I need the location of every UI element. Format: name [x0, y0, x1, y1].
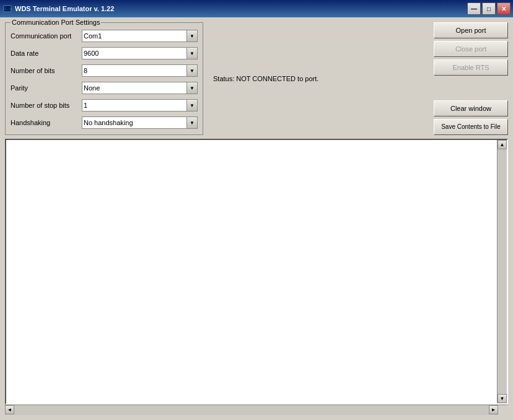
terminal-content[interactable] [6, 140, 497, 403]
status-text: Status: NOT CONNECTED to port. [208, 75, 318, 82]
stop-bits-wrapper: 1 1.5 2 ▼ [82, 99, 198, 112]
stop-bits-select[interactable]: 1 1.5 2 [82, 99, 198, 112]
minimize-button[interactable]: — [467, 2, 481, 15]
data-rate-label: Data rate [11, 50, 82, 57]
bits-select[interactable]: 5 6 7 8 [82, 64, 198, 77]
horizontal-scrollbar-area: ◄ ► [5, 405, 508, 415]
clear-window-button[interactable]: Clear window [434, 100, 508, 116]
comm-port-row: Communication port Com1 Com2 Com3 Com4 ▼ [11, 29, 198, 43]
stop-bits-label: Number of stop bits [11, 102, 82, 109]
scrollbar-corner [498, 405, 508, 416]
comm-port-label: Communication port [11, 32, 82, 40]
stop-bits-row: Number of stop bits 1 1.5 2 ▼ [11, 98, 198, 112]
scroll-track-horizontal[interactable] [14, 405, 489, 415]
svg-text:C:\>: C:\> [5, 7, 12, 11]
close-port-button[interactable]: Close port [434, 41, 508, 57]
open-port-button[interactable]: Open port [434, 22, 508, 38]
top-section: Communication Port Settings Communicatio… [5, 22, 508, 135]
bits-label: Number of bits [11, 67, 82, 74]
main-content: Communication Port Settings Communicatio… [0, 17, 513, 420]
parity-row: Parity None Even Odd Mark Space ▼ [11, 81, 198, 95]
maximize-button[interactable]: □ [482, 2, 496, 15]
parity-label: Parity [11, 84, 82, 92]
comm-port-wrapper: Com1 Com2 Com3 Com4 ▼ [82, 30, 198, 42]
parity-select[interactable]: None Even Odd Mark Space [82, 82, 198, 94]
handshaking-label: Handshaking [11, 119, 82, 126]
window-title: WDS Terminal Emulator v. 1.22 [15, 5, 467, 12]
handshaking-row: Handshaking No handshaking XON/XOFF Hard… [11, 116, 198, 129]
scroll-track-vertical[interactable] [498, 149, 507, 394]
bits-row: Number of bits 5 6 7 8 ▼ [11, 64, 198, 77]
data-rate-wrapper: 1200 2400 4800 9600 19200 38400 57600 11… [82, 47, 198, 59]
right-panel: Open port Close port Enable RTS Clear wi… [361, 22, 508, 135]
scroll-right-button[interactable]: ► [489, 405, 498, 414]
settings-group: Communication Port Settings Communicatio… [5, 22, 203, 135]
status-area: Status: NOT CONNECTED to port. [208, 22, 356, 135]
data-rate-select[interactable]: 1200 2400 4800 9600 19200 38400 57600 11… [82, 47, 198, 59]
scroll-left-button[interactable]: ◄ [5, 405, 14, 414]
bits-wrapper: 5 6 7 8 ▼ [82, 64, 198, 77]
settings-group-legend: Communication Port Settings [11, 19, 101, 26]
scroll-down-button[interactable]: ▼ [498, 394, 507, 403]
close-button[interactable]: ✕ [497, 2, 511, 15]
terminal-area: ▲ ▼ ◄ ► [5, 139, 508, 415]
parity-wrapper: None Even Odd Mark Space ▼ [82, 82, 198, 94]
scroll-up-button[interactable]: ▲ [498, 140, 507, 149]
enable-rts-button[interactable]: Enable RTS [434, 59, 508, 76]
handshaking-wrapper: No handshaking XON/XOFF Hardware ▼ [82, 116, 198, 129]
app-icon: C:\> [2, 4, 12, 14]
title-bar: C:\> WDS Terminal Emulator v. 1.22 — □ ✕ [0, 0, 513, 17]
handshaking-select[interactable]: No handshaking XON/XOFF Hardware [82, 116, 198, 129]
window-controls: — □ ✕ [467, 2, 511, 15]
save-contents-button[interactable]: Save Contents to File [434, 119, 508, 135]
terminal-frame: ▲ ▼ [5, 139, 508, 405]
comm-port-select[interactable]: Com1 Com2 Com3 Com4 [82, 30, 198, 42]
vertical-scrollbar: ▲ ▼ [497, 140, 507, 403]
data-rate-row: Data rate 1200 2400 4800 9600 19200 3840… [11, 46, 198, 60]
